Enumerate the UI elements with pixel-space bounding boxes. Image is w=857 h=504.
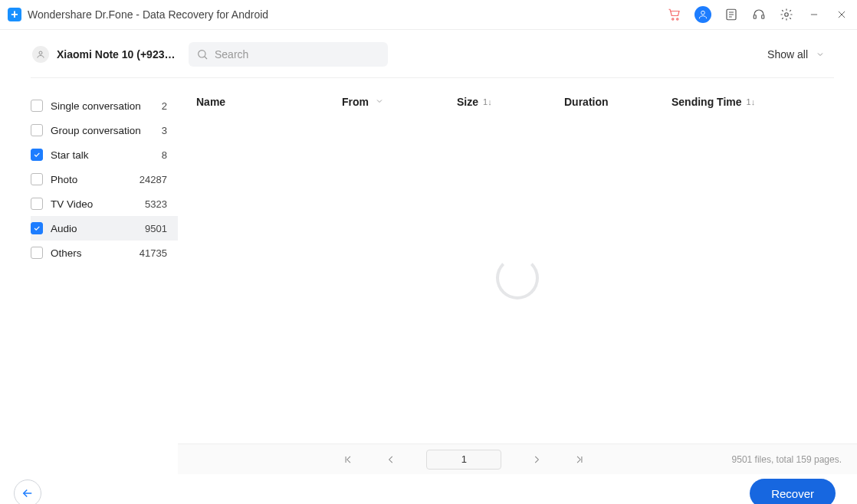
category-label: Photo: [51, 174, 140, 185]
first-page-button[interactable]: [340, 452, 356, 467]
device-name: Xiaomi Note 10 (+92315...: [57, 48, 179, 61]
footer-bar: Recover: [0, 474, 857, 504]
svg-point-6: [785, 13, 789, 17]
app-logo-icon: +: [8, 8, 21, 21]
close-button[interactable]: [834, 7, 849, 22]
category-item[interactable]: Group conversation3: [31, 118, 178, 142]
category-item[interactable]: Single conversation2: [31, 93, 178, 118]
category-checkbox[interactable]: [31, 149, 43, 161]
chevron-down-icon: [816, 50, 825, 59]
category-count: 2: [162, 100, 167, 112]
titlebar: + Wondershare Dr.Fone - Data Recovery fo…: [0, 0, 857, 29]
search-wrap: [189, 42, 388, 67]
next-page-button[interactable]: [529, 452, 544, 467]
category-count: 8: [162, 149, 167, 161]
sort-indicator: 1↓: [747, 97, 756, 106]
category-count: 41735: [140, 247, 167, 259]
category-sidebar: Single conversation2Group conversation3S…: [0, 78, 178, 474]
settings-gear-icon[interactable]: [779, 7, 794, 22]
svg-rect-4: [754, 15, 756, 19]
recover-button[interactable]: Recover: [750, 479, 836, 504]
column-name[interactable]: Name: [196, 96, 342, 108]
filter-label: Show all: [767, 48, 808, 61]
category-checkbox[interactable]: [31, 198, 43, 210]
category-item[interactable]: Photo24287: [31, 167, 178, 191]
back-button[interactable]: [14, 479, 41, 504]
cart-icon[interactable]: [667, 7, 682, 22]
category-label: Single conversation: [51, 100, 162, 112]
category-label: Group conversation: [51, 125, 162, 136]
category-count: 9501: [145, 223, 167, 234]
svg-point-2: [701, 11, 705, 15]
column-duration[interactable]: Duration: [564, 96, 671, 108]
column-size[interactable]: Size 1↓: [457, 96, 564, 108]
category-count: 5323: [145, 198, 167, 210]
toolbar: Xiaomi Note 10 (+92315... Show all: [0, 30, 857, 70]
svg-point-1: [677, 18, 678, 20]
last-page-button[interactable]: [572, 452, 587, 467]
loading-area: [178, 112, 857, 443]
category-count: 3: [162, 125, 167, 136]
sort-indicator: 1↓: [483, 97, 492, 106]
category-checkbox[interactable]: [31, 100, 43, 112]
minimize-button[interactable]: [806, 7, 822, 22]
content-area: Single conversation2Group conversation3S…: [0, 78, 857, 474]
search-input[interactable]: [189, 42, 388, 67]
page-number-input[interactable]: [426, 450, 501, 470]
category-label: Others: [51, 247, 140, 259]
filter-dropdown[interactable]: Show all: [767, 48, 834, 61]
category-item[interactable]: TV Video5323: [31, 191, 178, 216]
titlebar-right: [667, 6, 849, 23]
category-checkbox[interactable]: [31, 222, 43, 234]
device-avatar-icon: [32, 46, 49, 63]
category-count: 24287: [140, 174, 167, 185]
pagination-summary: 9501 files, total 159 pages.: [732, 454, 842, 465]
prev-page-button[interactable]: [383, 452, 399, 467]
category-item[interactable]: Audio9501: [31, 216, 178, 241]
category-checkbox[interactable]: [31, 173, 43, 185]
chevron-down-icon: [375, 96, 384, 108]
category-item[interactable]: Others41735: [31, 241, 178, 265]
feedback-icon[interactable]: [724, 7, 739, 22]
arrow-left-icon: [21, 486, 34, 500]
category-label: Audio: [51, 223, 145, 234]
column-sending-time[interactable]: Sending Time 1↓: [671, 96, 842, 108]
support-headset-icon[interactable]: [751, 7, 767, 22]
search-icon: [196, 48, 209, 61]
user-icon[interactable]: [694, 6, 711, 23]
category-checkbox[interactable]: [31, 247, 43, 259]
app-title: Wondershare Dr.Fone - Data Recovery for …: [28, 8, 268, 21]
pagination-bar: 9501 files, total 159 pages.: [178, 443, 857, 474]
svg-point-8: [199, 51, 205, 57]
svg-rect-5: [762, 15, 764, 19]
column-from[interactable]: From: [342, 96, 457, 108]
svg-point-0: [672, 18, 674, 20]
category-item[interactable]: Star talk8: [31, 142, 178, 167]
category-label: Star talk: [51, 149, 162, 161]
titlebar-left: + Wondershare Dr.Fone - Data Recovery fo…: [8, 8, 268, 21]
category-checkbox[interactable]: [31, 124, 43, 136]
category-label: TV Video: [51, 198, 145, 210]
device-selector[interactable]: Xiaomi Note 10 (+92315...: [32, 46, 179, 63]
svg-point-7: [39, 51, 42, 54]
main-panel: Name From Size 1↓ Duration Sending Time …: [178, 78, 857, 474]
pager-controls: [196, 450, 732, 470]
loading-spinner-icon: [496, 257, 539, 299]
table-header: Name From Size 1↓ Duration Sending Time …: [178, 78, 857, 112]
